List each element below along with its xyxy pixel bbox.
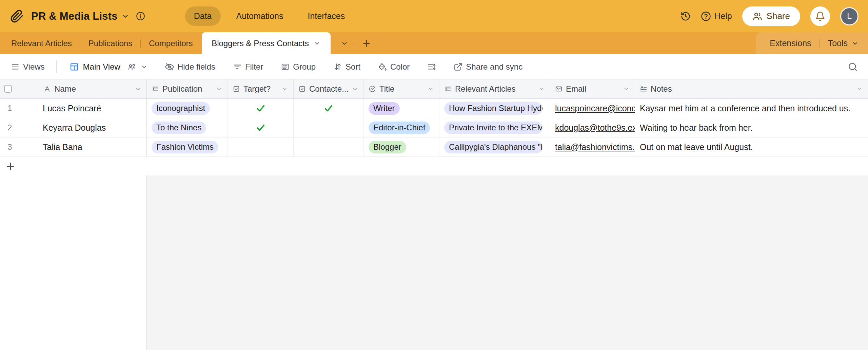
history-icon	[680, 11, 691, 21]
tab-competitors[interactable]: Competitors	[141, 32, 200, 54]
tools-button[interactable]: Tools	[828, 38, 859, 48]
notes-cell[interactable]: Waiting to hear back from her.	[635, 118, 868, 137]
column-chevron-icon[interactable]	[538, 86, 545, 92]
row-number: 2	[5, 123, 15, 132]
filter-button[interactable]: Filter	[233, 62, 263, 72]
column-label: Contacte...	[309, 84, 349, 94]
share-button[interactable]: Share	[742, 6, 800, 26]
linked-record-chip[interactable]: Fashion Victims	[152, 141, 218, 153]
notifications-button[interactable]	[810, 6, 830, 26]
base-info-icon[interactable]	[136, 12, 145, 21]
publication-cell[interactable]: Fashion Victims	[147, 137, 228, 156]
publication-cell[interactable]: Iconographist	[147, 99, 228, 118]
column-header-target[interactable]: Target?	[228, 79, 294, 98]
email-cell[interactable]: lucaspoincare@iconc	[550, 99, 635, 118]
table-row[interactable]: 3 Talia Bana Fashion Victims Blogger Cal	[0, 137, 868, 157]
plus-icon	[5, 161, 16, 171]
view-switcher[interactable]: Main View	[70, 62, 147, 72]
target-cell[interactable]	[228, 99, 294, 118]
linked-record-chip[interactable]: To the Nines	[152, 122, 206, 134]
column-label: Relevant Articles	[455, 84, 516, 94]
linked-record-chip[interactable]: Private Invite to the EXEMPT	[444, 122, 542, 134]
tab-bloggers-press-contacts[interactable]: Bloggers & Press Contacts	[202, 32, 331, 54]
history-button[interactable]	[680, 11, 691, 21]
tab-relevant-articles[interactable]: Relevant Articles	[1, 32, 79, 54]
email-link[interactable]: kdouglas@tothe9s.ex	[555, 123, 635, 133]
select-option-chip[interactable]: Writer	[369, 102, 400, 115]
user-avatar[interactable]: L	[840, 7, 859, 25]
share-and-sync-button[interactable]: Share and sync	[454, 62, 522, 72]
column-chevron-icon[interactable]	[352, 86, 358, 92]
question-circle-icon	[701, 11, 711, 21]
linked-record-chip[interactable]: How Fashion Startup Hydder	[444, 102, 542, 115]
long-text-icon	[640, 85, 647, 93]
linked-record-chip[interactable]: Callipygia's Diaphanous "Div	[444, 141, 542, 153]
column-chevron-icon[interactable]	[282, 86, 288, 92]
add-table-button[interactable]	[355, 32, 378, 54]
relevant-articles-cell[interactable]: How Fashion Startup Hydder	[439, 99, 550, 118]
relevant-articles-cell[interactable]: Callipygia's Diaphanous "Div	[439, 137, 550, 156]
views-label: Views	[23, 62, 45, 72]
column-header-name[interactable]: Name	[0, 79, 147, 98]
publication-cell[interactable]: To the Nines	[147, 118, 228, 137]
nav-interfaces[interactable]: Interfaces	[299, 6, 354, 26]
linked-record-chip[interactable]: Iconographist	[152, 102, 210, 115]
nav-data[interactable]: Data	[185, 6, 221, 26]
column-header-title[interactable]: Title	[364, 79, 439, 98]
extensions-button[interactable]: Extensions	[770, 38, 811, 48]
contacted-cell[interactable]	[294, 99, 364, 118]
column-chevron-icon[interactable]	[216, 86, 222, 92]
search-button[interactable]	[848, 62, 858, 72]
group-button[interactable]: Group	[281, 62, 316, 72]
column-chevron-icon[interactable]	[135, 86, 141, 92]
column-chevron-icon[interactable]	[623, 86, 629, 92]
email-link[interactable]: talia@fashionvictims.	[555, 142, 635, 152]
name-cell[interactable]: 1 Lucas Poincaré	[0, 99, 147, 118]
email-cell[interactable]: kdouglas@tothe9s.ex	[550, 118, 635, 137]
select-option-chip[interactable]: Blogger	[369, 141, 406, 153]
row-height-icon	[427, 62, 436, 71]
tab-publications[interactable]: Publications	[81, 32, 140, 54]
row-height-button[interactable]	[427, 62, 436, 71]
table-row[interactable]: 1 Lucas Poincaré Iconographist Writer Ho	[0, 99, 868, 118]
color-button[interactable]: Color	[378, 62, 410, 72]
add-record-row[interactable]	[0, 157, 868, 176]
title-cell[interactable]: Blogger	[364, 137, 439, 156]
email-link[interactable]: lucaspoincare@iconc	[555, 104, 635, 113]
email-cell[interactable]: talia@fashionvictims.	[550, 137, 635, 156]
target-cell[interactable]	[228, 118, 294, 137]
column-chevron-icon[interactable]	[428, 86, 434, 92]
nav-automations[interactable]: Automations	[228, 6, 292, 26]
hide-fields-button[interactable]: Hide fields	[165, 62, 215, 72]
relevant-articles-cell[interactable]: Private Invite to the EXEMPT	[439, 118, 550, 137]
external-link-icon	[454, 62, 462, 71]
contacted-cell[interactable]	[294, 118, 364, 137]
column-header-email[interactable]: Email	[550, 79, 635, 98]
sort-button[interactable]: Sort	[333, 62, 360, 72]
table-row[interactable]: 2 Keyarra Douglas To the Nines Editor-in…	[0, 118, 868, 137]
column-chevron-icon[interactable]	[856, 86, 863, 92]
title-cell[interactable]: Writer	[364, 99, 439, 118]
tools-divider	[820, 39, 820, 48]
help-button[interactable]: Help	[701, 11, 732, 21]
paperclip-logo-icon[interactable]	[10, 10, 24, 23]
notes-cell[interactable]: Out on mat leave until August.	[635, 137, 868, 156]
notes-cell[interactable]: Kaysar met him at a conference and then …	[635, 99, 868, 118]
name-cell[interactable]: 2 Keyarra Douglas	[0, 118, 147, 137]
table-list-chevron-icon[interactable]	[334, 32, 355, 54]
base-menu-chevron-icon[interactable]	[122, 13, 129, 20]
checkmark-icon	[256, 103, 266, 113]
column-header-notes[interactable]: Notes	[635, 79, 868, 98]
select-option-chip[interactable]: Editor-in-Chief	[369, 122, 430, 134]
column-header-publication[interactable]: Publication	[147, 79, 228, 98]
name-cell[interactable]: 3 Talia Bana	[0, 137, 147, 156]
title-cell[interactable]: Editor-in-Chief	[364, 118, 439, 137]
views-sidebar-toggle[interactable]: Views	[11, 62, 45, 72]
single-select-icon	[369, 85, 376, 93]
hamburger-icon	[11, 62, 20, 71]
column-header-contacted[interactable]: Contacte...	[294, 79, 364, 98]
column-header-relevant-articles[interactable]: Relevant Articles	[439, 79, 550, 98]
target-cell[interactable]	[228, 137, 294, 156]
contacted-cell[interactable]	[294, 137, 364, 156]
select-all-checkbox[interactable]	[4, 85, 12, 93]
